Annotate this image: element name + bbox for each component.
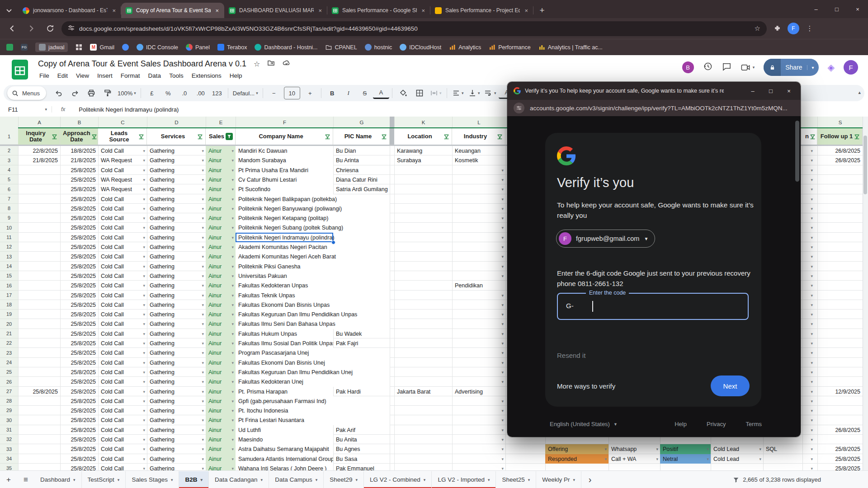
cell-L12[interactable]: ▾ <box>452 242 505 252</box>
dropdown-caret-icon[interactable]: ▾ <box>501 293 504 298</box>
cell-A3[interactable]: 21/8/2025 <box>18 155 60 165</box>
cell-F14[interactable]: Politeknik Piksi Ganesha <box>236 262 390 271</box>
cell-F22[interactable]: Fakultas Ilmu Sosial Dan Politik Unpas <box>236 338 333 348</box>
cell-E29[interactable]: Ainur▾ <box>206 406 236 415</box>
row-number-20[interactable]: 20 <box>0 319 18 329</box>
cell-B18[interactable]: 25/8/2025 <box>60 300 98 310</box>
cell-D13[interactable]: Gathering▾ <box>147 252 206 262</box>
dropdown-caret-icon[interactable]: ▾ <box>202 341 204 346</box>
dropdown-caret-icon[interactable]: ▾ <box>231 235 234 240</box>
cell-F10[interactable]: Politeknik Negeri Subang (poltek Subang) <box>236 223 390 233</box>
cell-RF16[interactable]: ▾ <box>802 281 817 291</box>
cell-L27[interactable]: Advertising <box>452 387 505 396</box>
cell-N33[interactable]: Offering▾ <box>545 444 609 454</box>
row-number-9[interactable]: 9 <box>0 213 18 223</box>
cell-L7[interactable]: ▾ <box>452 194 505 204</box>
sheet-tab-caret-icon[interactable]: ▾ <box>73 478 75 482</box>
cell-E6[interactable]: Ainur▾ <box>206 184 236 194</box>
cell-RF28[interactable]: ▾ <box>802 396 817 406</box>
cell-B21[interactable]: 25/8/2025 <box>60 329 98 338</box>
cell-L2[interactable]: Keuangan <box>452 146 505 155</box>
row-number-7[interactable]: 7 <box>0 194 18 204</box>
dropdown-caret-icon[interactable]: ▾ <box>143 370 145 375</box>
cell-D27[interactable]: Gathering▾ <box>147 387 206 396</box>
cell-B24[interactable]: 25/8/2025 <box>60 358 98 367</box>
row-number-5[interactable]: 5 <box>0 175 18 184</box>
cell-RF8[interactable]: ▾ <box>802 204 817 213</box>
dropdown-caret-icon[interactable]: ▾ <box>231 408 234 413</box>
cell-K27[interactable]: Jakarta Barat <box>394 387 452 396</box>
cell-C8[interactable]: Cold Call▾ <box>98 204 147 213</box>
cell-E21[interactable]: Ainur▾ <box>206 329 236 338</box>
cell-F34[interactable]: Samudera Atlantis International Group <box>236 454 333 464</box>
column-header-S[interactable]: Follow up 1 <box>817 128 863 145</box>
dropdown-caret-icon[interactable]: ▾ <box>231 206 234 211</box>
row-number-17[interactable]: 17 <box>0 291 18 300</box>
dropdown-caret-icon[interactable]: ▾ <box>202 178 204 182</box>
sheet-tab-lg-v2-combined[interactable]: LG V2 - Combined▾ <box>364 471 432 488</box>
cell-D29[interactable]: Gathering▾ <box>147 406 206 415</box>
cell-B10[interactable]: 25/8/2025 <box>60 223 98 233</box>
cell-B16[interactable]: 25/8/2025 <box>60 281 98 291</box>
dropdown-caret-icon[interactable]: ▾ <box>501 361 504 365</box>
popup-minimize-button[interactable]: – <box>744 82 762 100</box>
cell-D28[interactable]: Gathering▾ <box>147 396 206 406</box>
dropdown-caret-icon[interactable]: ▾ <box>143 428 145 432</box>
cell-E32[interactable]: Ainur▾ <box>206 435 236 444</box>
sheet-tab-sheet25[interactable]: Sheet25▾ <box>496 471 536 488</box>
cell-L33[interactable]: ▾ <box>452 444 505 454</box>
dropdown-caret-icon[interactable]: ▾ <box>143 274 145 278</box>
dropdown-caret-icon[interactable]: ▾ <box>202 303 204 307</box>
cell-F2[interactable]: Mandiri Kc Dawuan <box>236 146 333 155</box>
column-letter-L[interactable]: L <box>452 117 505 128</box>
cell-F15[interactable]: Universitas Pakuan <box>236 271 390 281</box>
cell-L30[interactable]: ▾ <box>452 415 505 425</box>
dropdown-caret-icon[interactable]: ▾ <box>707 457 709 461</box>
filter-icon-C[interactable] <box>138 134 144 140</box>
cell-L14[interactable]: ▾ <box>452 262 505 271</box>
cell-F6[interactable]: Pt Sucofindo <box>236 184 333 194</box>
column-letter-K[interactable]: K <box>394 117 452 128</box>
cell-E34[interactable]: Ainur▾ <box>206 454 236 464</box>
column-letter-C[interactable]: C <box>98 117 147 128</box>
cell-E25[interactable]: Ainur▾ <box>206 367 236 377</box>
dropdown-caret-icon[interactable]: ▾ <box>143 187 145 192</box>
cell-D12[interactable]: Gathering▾ <box>147 242 206 252</box>
cell-D26[interactable]: Gathering▾ <box>147 377 206 387</box>
cell-RF32[interactable]: ▾ <box>802 435 817 444</box>
dropdown-caret-icon[interactable]: ▾ <box>231 418 234 422</box>
sheet-tab-lg-v2-imported[interactable]: LG V2 - Imported▾ <box>432 471 496 488</box>
cell-F3[interactable]: Mandom Surabaya <box>236 155 333 165</box>
dropdown-caret-icon[interactable]: ▾ <box>501 303 504 307</box>
dropdown-caret-icon[interactable]: ▾ <box>656 447 658 451</box>
row-number-12[interactable]: 12 <box>0 242 18 252</box>
cell-F5[interactable]: Cv Catur Bhumi Lestari <box>236 175 333 184</box>
column-header-D[interactable]: Services <box>147 128 206 145</box>
popup-maximize-button[interactable]: □ <box>762 82 780 100</box>
cell-E17[interactable]: Ainur▾ <box>206 291 236 300</box>
dropdown-caret-icon[interactable]: ▾ <box>811 149 813 153</box>
cell-D6[interactable]: Gathering▾ <box>147 184 206 194</box>
cell-RF24[interactable]: ▾ <box>802 358 817 367</box>
cell-C18[interactable]: Cold Call▾ <box>98 300 147 310</box>
dropdown-caret-icon[interactable]: ▾ <box>143 206 145 211</box>
dropdown-caret-icon[interactable]: ▾ <box>143 225 145 230</box>
cell-C24[interactable]: Cold Call▾ <box>98 358 147 367</box>
cell-L8[interactable]: ▾ <box>452 204 505 213</box>
cell-G31[interactable]: Pak Arif <box>333 425 390 435</box>
cell-E33[interactable]: Ainur▾ <box>206 444 236 454</box>
cell-S3[interactable]: 26/8/2025 <box>817 155 863 165</box>
dropdown-caret-icon[interactable]: ▾ <box>202 380 204 384</box>
cell-D7[interactable]: Gathering▾ <box>147 194 206 204</box>
dropdown-caret-icon[interactable]: ▾ <box>231 303 234 307</box>
hidden-columns-marker[interactable] <box>390 117 394 145</box>
cell-E30[interactable]: Ainur▾ <box>206 415 236 425</box>
dropdown-caret-icon[interactable]: ▾ <box>202 389 204 394</box>
cell-O34[interactable]: Call + WA▾ <box>609 454 660 464</box>
cell-RF25[interactable]: ▾ <box>802 367 817 377</box>
cell-D2[interactable]: Gathering▾ <box>147 146 206 155</box>
sheet-tab-caret-icon[interactable]: ▾ <box>118 478 120 482</box>
cell-E19[interactable]: Ainur▾ <box>206 310 236 319</box>
cell-B32[interactable]: 25/8/2025 <box>60 435 98 444</box>
cell-L22[interactable]: ▾ <box>452 338 505 348</box>
